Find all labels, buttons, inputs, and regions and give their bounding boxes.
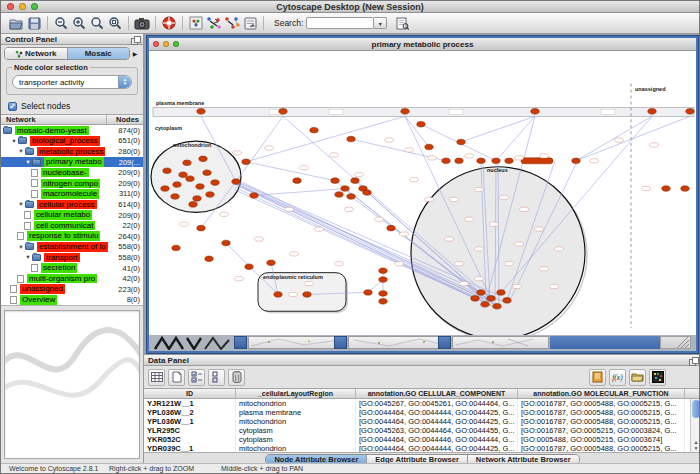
node-label-oval[interactable] xyxy=(642,186,651,190)
save-session-icon[interactable] xyxy=(25,15,43,32)
layout-spring-icon[interactable] xyxy=(205,15,223,32)
network-node[interactable] xyxy=(197,109,205,115)
network-node[interactable] xyxy=(572,158,580,164)
network-node[interactable] xyxy=(274,292,282,298)
tree-item-label[interactable]: unassigned xyxy=(20,284,65,294)
network-node[interactable] xyxy=(310,127,318,133)
network-node[interactable] xyxy=(347,136,355,142)
table-cell[interactable]: plasma membrane xyxy=(236,408,356,417)
network-node[interactable] xyxy=(179,172,187,178)
network-node[interactable] xyxy=(173,182,181,188)
network-tree-row[interactable]: ▼establishment of lo558(0) xyxy=(1,242,143,253)
tree-item-label[interactable]: nitrogen compo xyxy=(41,179,100,189)
tree-item-label[interactable]: metabolic process xyxy=(37,147,105,157)
network-node[interactable] xyxy=(232,179,240,185)
node-label-oval[interactable] xyxy=(490,222,499,226)
network-node[interactable] xyxy=(203,170,211,176)
network-node[interactable] xyxy=(279,109,287,115)
network-node[interactable] xyxy=(341,186,349,192)
network-node[interactable] xyxy=(347,194,355,200)
table-row[interactable]: YLR295Ccytoplasm[GO:0045263, GO:0044464,… xyxy=(144,426,700,435)
network-node[interactable] xyxy=(662,186,670,192)
select-attributes-icon[interactable] xyxy=(188,369,205,386)
snapshot-camera-icon[interactable] xyxy=(133,15,151,32)
node-label-oval[interactable] xyxy=(465,154,474,158)
attribute-grid-icon[interactable] xyxy=(148,369,165,386)
tree-item-label[interactable]: nucleobase- xyxy=(41,168,89,178)
table-row[interactable]: YDR039C__1mitochondrion[GO:0044464, GO:0… xyxy=(144,444,700,452)
minimized-window-bar[interactable] xyxy=(348,336,445,349)
zoom-out-icon[interactable] xyxy=(52,15,70,32)
birdseye-view[interactable] xyxy=(4,310,140,459)
tab-network[interactable]: Network xyxy=(5,48,67,59)
table-vertical-scrollbar[interactable]: ▲▼ xyxy=(690,399,700,452)
table-cell[interactable]: YDR039C__1 xyxy=(144,444,236,452)
network-graph[interactable]: plasma membranecytoplasmmitochondrionnuc… xyxy=(149,51,696,335)
network-node[interactable] xyxy=(531,109,539,115)
scrollbar-thumb[interactable] xyxy=(692,400,700,418)
node-label-oval[interactable] xyxy=(410,177,419,181)
table-cell[interactable]: [GO:0016787, GO:0005215, GO:0003824, G..… xyxy=(518,426,685,435)
formula-fx-icon[interactable]: f(x) xyxy=(609,369,626,386)
table-cell[interactable]: [GO:0044464, GO:0044444, GO:0044425, G..… xyxy=(356,408,518,417)
network-node[interactable] xyxy=(171,194,179,200)
delete-attribute-trash-icon[interactable] xyxy=(228,369,245,386)
node-label-oval[interactable] xyxy=(355,173,364,177)
network-node[interactable] xyxy=(364,290,372,296)
network-tree-row[interactable]: multi-organism pro42(0) xyxy=(1,273,143,284)
network-tree-row[interactable]: nucleobase-209(0) xyxy=(1,167,143,178)
table-cell[interactable]: YPL036W__2 xyxy=(144,408,236,417)
network-node[interactable] xyxy=(493,304,501,310)
table-cell[interactable]: YJR121W__1 xyxy=(144,399,236,408)
network-node[interactable] xyxy=(250,193,258,199)
node-label-oval[interactable] xyxy=(513,284,522,288)
matrix-viewer-icon[interactable] xyxy=(649,369,666,386)
table-column-header[interactable]: ID xyxy=(144,389,236,398)
network-tree-row[interactable]: mosaic-demo-yeast874(0) xyxy=(1,125,143,136)
expand-arrow-icon[interactable]: ▼ xyxy=(24,159,32,165)
node-label-oval[interactable] xyxy=(475,276,484,280)
network-tree-row[interactable]: unassigned223(0) xyxy=(1,284,143,295)
network-edge[interactable] xyxy=(576,116,652,161)
network-node[interactable] xyxy=(242,159,250,165)
node-color-dropdown[interactable]: transporter activity ▲▼ xyxy=(12,75,132,89)
network-edge[interactable] xyxy=(246,116,405,162)
network-node[interactable] xyxy=(681,186,689,192)
network-node[interactable] xyxy=(363,190,371,196)
tree-item-label[interactable]: establishment of lo xyxy=(37,242,108,252)
network-node[interactable] xyxy=(471,296,479,302)
expand-arrow-icon[interactable]: ▼ xyxy=(17,201,25,207)
network-node[interactable] xyxy=(477,290,485,296)
network-node[interactable] xyxy=(503,298,511,304)
table-cell[interactable]: mitochondrion xyxy=(236,444,356,452)
float-panel-icon[interactable] xyxy=(689,357,697,364)
network-node[interactable] xyxy=(206,192,214,198)
network-node[interactable] xyxy=(245,264,253,270)
node-label-oval[interactable] xyxy=(428,156,437,160)
network-node[interactable] xyxy=(197,225,205,231)
node-label-oval[interactable] xyxy=(330,153,339,157)
minimized-window-icon[interactable] xyxy=(438,336,451,349)
table-cell[interactable]: [GO:0044464, GO:0044444, GO:0044425, G..… xyxy=(356,417,518,426)
minimized-window-bar[interactable] xyxy=(248,336,345,349)
table-cell[interactable]: cytoplasm xyxy=(236,435,356,444)
network-node[interactable] xyxy=(457,139,465,145)
network-node[interactable] xyxy=(379,268,387,274)
table-cell[interactable]: mitochondrion xyxy=(236,417,356,426)
table-column-header[interactable]: _cellularLayoutRegion xyxy=(236,389,356,398)
network-node[interactable] xyxy=(351,178,359,184)
network-node[interactable] xyxy=(193,196,201,202)
network-node[interactable] xyxy=(267,260,275,266)
tree-item-label[interactable]: secretion xyxy=(41,263,77,273)
network-node[interactable] xyxy=(379,277,387,283)
tree-item-label[interactable]: cell communicat xyxy=(34,221,95,231)
node-label-oval[interactable] xyxy=(180,222,189,226)
network-node[interactable] xyxy=(196,184,204,190)
node-label-oval[interactable] xyxy=(235,276,244,280)
network-node[interactable] xyxy=(417,121,425,127)
node-label-oval[interactable] xyxy=(315,227,324,231)
network-edge[interactable] xyxy=(254,189,345,196)
table-cell[interactable]: YPL036W__1 xyxy=(144,417,236,426)
network-node[interactable] xyxy=(492,158,500,164)
node-label-oval[interactable] xyxy=(650,143,659,147)
